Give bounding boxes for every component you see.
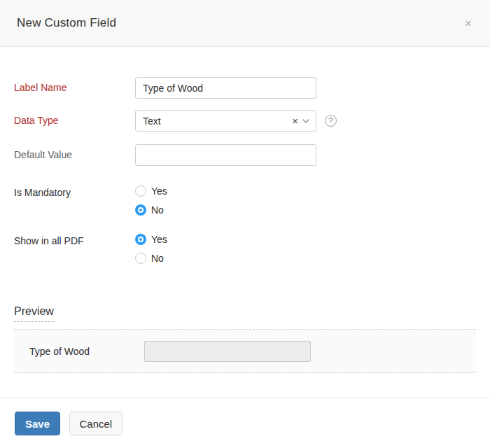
label-name-input[interactable] <box>135 77 316 99</box>
label-name-row: Label Name <box>14 77 476 99</box>
data-type-label: Data Type <box>14 110 135 132</box>
radio-selected-icon[interactable] <box>135 204 146 216</box>
is-mandatory-yes-label: Yes <box>151 186 167 197</box>
new-custom-field-modal: New Custom Field × Label Name Data Type … <box>0 0 490 448</box>
save-button[interactable]: Save <box>15 412 60 435</box>
show-in-all-pdf-yes-label: Yes <box>151 234 167 245</box>
close-icon: × <box>465 17 472 30</box>
is-mandatory-no-label: No <box>151 204 164 216</box>
close-button[interactable]: × <box>462 15 475 32</box>
default-value-label: Default Value <box>14 144 135 166</box>
clear-selection-icon[interactable]: × <box>290 115 302 126</box>
preview-disabled-input <box>144 341 311 362</box>
default-value-row: Default Value <box>14 144 476 166</box>
show-in-all-pdf-no-label: No <box>151 253 164 264</box>
is-mandatory-row: Is Mandatory Yes No <box>14 184 476 217</box>
label-name-label: Label Name <box>14 77 135 99</box>
preview-field-label: Type of Wood <box>29 346 144 357</box>
is-mandatory-no-option[interactable]: No <box>135 203 167 217</box>
show-in-all-pdf-radio-group: Yes No <box>135 232 167 265</box>
show-in-all-pdf-no-option[interactable]: No <box>135 251 167 265</box>
show-in-all-pdf-row: Show in all PDF Yes No <box>14 232 476 265</box>
show-in-all-pdf-label: Show in all PDF <box>14 232 135 265</box>
preview-box: Type of Wood <box>14 329 476 373</box>
help-icon[interactable]: ? <box>325 115 337 127</box>
modal-footer: Save Cancel <box>0 398 490 448</box>
data-type-select[interactable]: Text × <box>135 110 316 132</box>
default-value-input[interactable] <box>135 144 316 166</box>
show-in-all-pdf-yes-option[interactable]: Yes <box>135 232 167 246</box>
data-type-row: Data Type Text × ? <box>14 110 476 132</box>
chevron-down-icon[interactable] <box>302 118 310 125</box>
data-type-selected-value: Text <box>143 115 290 127</box>
is-mandatory-label: Is Mandatory <box>14 184 135 217</box>
radio-selected-icon[interactable] <box>135 234 146 245</box>
radio-unselected-icon[interactable] <box>135 186 146 197</box>
is-mandatory-radio-group: Yes No <box>135 184 167 217</box>
preview-heading: Preview <box>14 305 54 322</box>
radio-unselected-icon[interactable] <box>135 253 146 264</box>
preview-section: Preview <box>14 305 476 322</box>
is-mandatory-yes-option[interactable]: Yes <box>135 184 167 198</box>
page-title: New Custom Field <box>17 16 116 30</box>
modal-header: New Custom Field × <box>0 0 490 47</box>
cancel-button[interactable]: Cancel <box>69 412 123 435</box>
modal-body: Label Name Data Type Text × ? Default Va… <box>0 47 490 373</box>
